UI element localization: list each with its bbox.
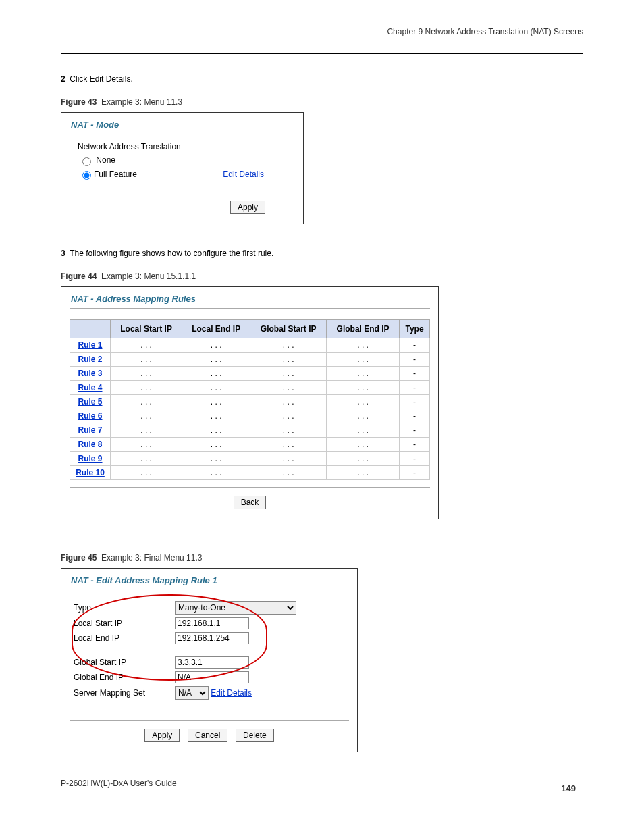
nat-heading: Network Address Translation bbox=[78, 142, 291, 151]
cell-leip: . . . bbox=[182, 452, 250, 466]
cell-gsip: . . . bbox=[250, 338, 327, 353]
cell-type: - bbox=[400, 381, 430, 395]
cell-geip: . . . bbox=[327, 409, 400, 423]
cancel-button[interactable]: Cancel bbox=[188, 729, 227, 742]
rule-link[interactable]: Rule 5 bbox=[78, 397, 102, 407]
cell-leip: . . . bbox=[182, 381, 250, 395]
cell-gsip: . . . bbox=[250, 381, 327, 395]
cell-geip: . . . bbox=[327, 466, 400, 480]
cell-geip: . . . bbox=[327, 452, 400, 466]
nat-mode-panel: NAT - Mode Network Address Translation N… bbox=[61, 112, 304, 224]
cell-lsip: . . . bbox=[111, 452, 182, 466]
step2-text: 2 Click Edit Details. bbox=[61, 74, 583, 84]
edit-mapping-title: NAT - Edit Address Mapping Rule 1 bbox=[61, 569, 357, 590]
address-mapping-panel: NAT - Address Mapping Rules Local Start … bbox=[61, 286, 439, 519]
figure43-caption-label: Figure 43 bbox=[61, 97, 97, 107]
cell-lsip: . . . bbox=[111, 381, 182, 395]
apply-button-43[interactable]: Apply bbox=[230, 201, 265, 214]
table-row: Rule 1. . .. . .. . .. . .- bbox=[70, 338, 430, 353]
gsip-input[interactable] bbox=[175, 656, 249, 669]
col-blank bbox=[70, 320, 111, 338]
cell-leip: . . . bbox=[182, 338, 250, 353]
cell-type: - bbox=[400, 423, 430, 438]
nat-mode-title: NAT - Mode bbox=[61, 113, 303, 134]
table-row: Rule 9. . .. . .. . .. . .- bbox=[70, 452, 430, 466]
rule-link[interactable]: Rule 10 bbox=[76, 468, 105, 477]
cell-lsip: . . . bbox=[111, 367, 182, 381]
cell-gsip: . . . bbox=[250, 423, 327, 438]
cell-type: - bbox=[400, 367, 430, 381]
leip-label: Local End IP bbox=[74, 633, 175, 643]
radio-none-row[interactable]: None bbox=[79, 155, 291, 166]
figure43-caption: Figure 43 Example 3: Menu 11.3 bbox=[61, 97, 583, 107]
back-button[interactable]: Back bbox=[234, 496, 267, 509]
figure44-caption-text: Example 3: Menu 15.1.1.1 bbox=[101, 271, 196, 281]
cell-leip: . . . bbox=[182, 438, 250, 452]
cell-leip: . . . bbox=[182, 466, 250, 480]
rule-link[interactable]: Rule 9 bbox=[78, 454, 102, 463]
col-local-end: Local End IP bbox=[182, 320, 250, 338]
figure43-caption-text: Example 3: Menu 11.3 bbox=[101, 97, 182, 107]
cell-gsip: . . . bbox=[250, 353, 327, 367]
sms-select[interactable]: N/A bbox=[175, 686, 209, 700]
figure44-caption-label: Figure 44 bbox=[61, 271, 97, 281]
cell-gsip: . . . bbox=[250, 438, 327, 452]
cell-lsip: . . . bbox=[111, 438, 182, 452]
col-type: Type bbox=[400, 320, 430, 338]
rule-link[interactable]: Rule 7 bbox=[78, 425, 102, 435]
table-row: Rule 3. . .. . .. . .. . .- bbox=[70, 367, 430, 381]
nat-mode-footer: Apply bbox=[70, 192, 295, 224]
footer: P-2602HW(L)-DxA User's Guide 149 bbox=[61, 779, 583, 798]
radio-none[interactable] bbox=[82, 157, 91, 166]
cell-type: - bbox=[400, 452, 430, 466]
radio-full-row[interactable]: Full Feature Edit Details bbox=[79, 169, 291, 180]
type-select[interactable]: Many-to-One bbox=[175, 601, 296, 615]
cell-type: - bbox=[400, 438, 430, 452]
geip-input[interactable] bbox=[175, 671, 249, 683]
cell-lsip: . . . bbox=[111, 395, 182, 409]
cell-geip: . . . bbox=[327, 395, 400, 409]
lsip-label: Local Start IP bbox=[74, 619, 175, 628]
address-mapping-title: NAT - Address Mapping Rules bbox=[61, 287, 438, 308]
edit-details-link-45[interactable]: Edit Details bbox=[211, 688, 252, 698]
table-row: Rule 6. . .. . .. . .. . .- bbox=[70, 409, 430, 423]
nat-mode-body: Network Address Translation None Full Fe… bbox=[61, 134, 303, 192]
figure45-caption-label: Figure 45 bbox=[61, 553, 97, 563]
cell-lsip: . . . bbox=[111, 409, 182, 423]
cell-type: - bbox=[400, 409, 430, 423]
apply-button-45[interactable]: Apply bbox=[144, 729, 180, 742]
footer-manual: P-2602HW(L)-DxA User's Guide bbox=[61, 779, 177, 798]
rules-table: Local Start IP Local End IP Global Start… bbox=[70, 319, 430, 480]
cell-lsip: . . . bbox=[111, 353, 182, 367]
cell-type: - bbox=[400, 338, 430, 353]
table-row: Rule 8. . .. . .. . .. . .- bbox=[70, 438, 430, 452]
amr-footer: Back bbox=[70, 487, 430, 519]
rule-link[interactable]: Rule 6 bbox=[78, 411, 102, 421]
rule-link[interactable]: Rule 2 bbox=[78, 355, 102, 364]
rule-link[interactable]: Rule 1 bbox=[78, 340, 102, 350]
row-type: Type Many-to-One bbox=[74, 601, 345, 615]
rule-link[interactable]: Rule 3 bbox=[78, 369, 102, 378]
delete-button[interactable]: Delete bbox=[236, 729, 274, 742]
col-local-start: Local Start IP bbox=[111, 320, 182, 338]
step3-intro: 3 The following figure shows how to conf… bbox=[61, 249, 583, 258]
leip-input[interactable] bbox=[175, 632, 249, 644]
type-label: Type bbox=[74, 603, 175, 613]
table-row: Rule 2. . .. . .. . .. . .- bbox=[70, 353, 430, 367]
step2-text-content: Click Edit Details. bbox=[70, 74, 132, 84]
lsip-input[interactable] bbox=[175, 617, 249, 629]
cell-lsip: . . . bbox=[111, 338, 182, 353]
cell-geip: . . . bbox=[327, 381, 400, 395]
edit-mapping-panel: NAT - Edit Address Mapping Rule 1 Type M… bbox=[61, 568, 358, 752]
cell-leip: . . . bbox=[182, 367, 250, 381]
cell-leip: . . . bbox=[182, 409, 250, 423]
edit-details-link[interactable]: Edit Details bbox=[223, 170, 264, 179]
table-row: Rule 4. . .. . .. . .. . .- bbox=[70, 381, 430, 395]
rule-link[interactable]: Rule 8 bbox=[78, 440, 102, 449]
radio-full-label: Full Feature bbox=[94, 170, 137, 179]
cell-lsip: . . . bbox=[111, 423, 182, 438]
cell-type: - bbox=[400, 353, 430, 367]
figure45-caption: Figure 45 Example 3: Final Menu 11.3 bbox=[61, 553, 583, 563]
radio-full[interactable] bbox=[82, 171, 91, 180]
rule-link[interactable]: Rule 4 bbox=[78, 383, 102, 392]
